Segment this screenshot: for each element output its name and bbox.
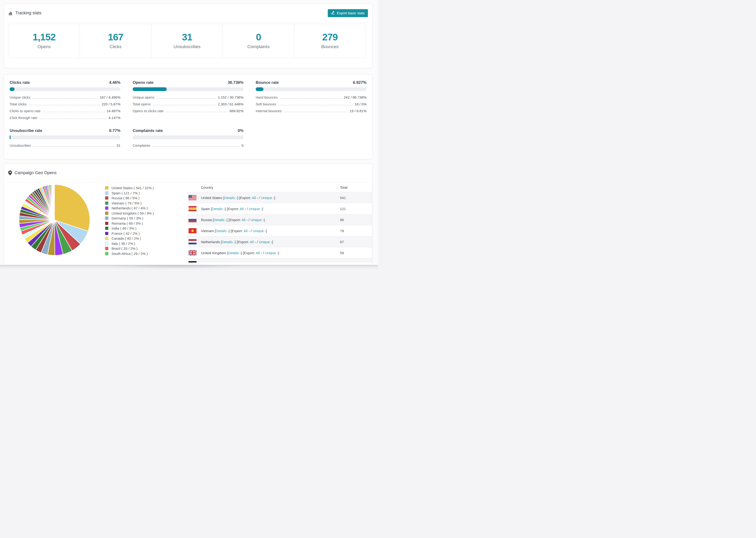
stat-value-unsubscribes: 31 (182, 32, 192, 42)
details-link[interactable]: Details › (212, 207, 225, 211)
legend-item-germany[interactable]: Germany ( 55 / 3% ) (105, 216, 188, 221)
campaign-geo-opens-title: Campaign Geo Opens (8, 170, 57, 175)
bracket: ] (274, 196, 275, 200)
legend-label-india: India ( 46 / 3% ) (112, 226, 136, 230)
rate-head-complaints-rate: Complaints rate0% (133, 129, 243, 133)
export-unique-link[interactable]: Unique › (261, 196, 274, 200)
export-all-link[interactable]: All › (256, 251, 262, 255)
rate-row-label-clicks-to-opens-rate: Clicks to opens rate (10, 108, 41, 114)
export-basic-stats-button[interactable]: Export basic stats (328, 9, 368, 17)
rate-row-soft-bounces: Soft bounces18 / 0% (256, 101, 366, 108)
summary-stats-box: 1,152Opens167Clicks31Unsubscribes0Compla… (8, 24, 366, 58)
country-name: Netherlands (201, 240, 221, 244)
legend-item-netherlands[interactable]: Netherlands ( 67 / 4% ) (105, 206, 188, 211)
campaign-geo-opens-title-text: Campaign Geo Opens (15, 170, 57, 175)
geo-row-country-us: United States [Details ›] [Export: All ›… (201, 196, 275, 200)
gb-flag-icon (189, 250, 196, 255)
legend-label-vietnam: Vietnam ( 79 / 5% ) (112, 201, 141, 205)
rate-progress-fill-unsubscribe-rate (10, 135, 11, 139)
legend-item-united-kingdom[interactable]: United Kingdom ( 59 / 3% ) (105, 211, 188, 216)
page-bottom-strip (0, 265, 378, 269)
geo-row-country-nl: Netherlands [Details ›] [Export: All › /… (201, 240, 273, 244)
details-link[interactable]: Details › (216, 229, 229, 233)
rate-title-bounce-rate: Bounce rate (256, 80, 279, 85)
legend-label-romania: Romania ( 49 / 3% ) (112, 221, 143, 225)
export-all-link[interactable]: All › (244, 229, 250, 233)
details-link[interactable]: Details › (228, 251, 241, 255)
legend-item-russia[interactable]: Russia ( 86 / 5% ) (105, 195, 188, 201)
export-all-link[interactable]: All › (252, 196, 258, 200)
export-unique-link[interactable]: Unique › (259, 240, 272, 244)
legend-item-brazil[interactable]: Brazil ( 33 / 2% ) (105, 246, 188, 251)
export-unique-link[interactable]: Unique › (254, 262, 268, 263)
stat-value-complaints: 0 (256, 32, 261, 42)
export-label: Export: (228, 207, 240, 211)
rate-row-value-complaints: 0 (242, 142, 243, 149)
details-link[interactable]: Details › (224, 196, 237, 200)
rate-block-complaints-rate: Complaints rate0%Complaints0 (133, 129, 243, 149)
export-unique-link[interactable]: Unique › (250, 218, 264, 222)
rate-block-opens-rate: Opens rate30.736%Unique opens1,152 / 30.… (133, 80, 243, 121)
stat-cell-unsubscribes: 31Unsubscribes (151, 24, 223, 58)
export-all-link[interactable]: All › (245, 262, 251, 263)
geo-country-table: Country Total United States [Details ›] … (188, 184, 372, 262)
rate-rows-bounce-rate: Hard bounces242 / 86.738%Soft bounces18 … (256, 94, 366, 114)
legend-label-germany: Germany ( 55 / 3% ) (112, 216, 143, 220)
dotted-leader (279, 105, 353, 105)
legend-item-canada[interactable]: Canada ( 40 / 2% ) (105, 236, 188, 241)
geo-pie-chart[interactable] (18, 184, 91, 256)
bracket: ] [ (225, 207, 228, 211)
legend-item-spain[interactable]: Spain ( 121 / 7% ) (105, 190, 188, 196)
rate-value-clicks-rate: 4.46% (109, 80, 121, 85)
legend-label-united-states: United States ( 541 / 31% ) (112, 186, 154, 190)
dotted-leader (29, 105, 100, 105)
rate-value-complaints-rate: 0% (238, 129, 243, 133)
legend-item-united-states[interactable]: United States ( 541 / 31% ) (105, 186, 188, 190)
legend-item-india[interactable]: India ( 46 / 3% ) (105, 226, 188, 231)
legend-item-france[interactable]: France ( 42 / 2% ) (105, 231, 188, 236)
export-label: Export: (244, 251, 256, 255)
export-label: Export: (238, 240, 250, 244)
export-unique-link[interactable]: Unique › (249, 207, 262, 211)
dotted-leader (153, 105, 216, 105)
legend-label-france: France ( 42 / 2% ) (112, 232, 140, 236)
stat-value-clicks: 167 (108, 32, 123, 42)
rate-row-value-hard-bounces: 242 / 86.738% (344, 94, 366, 101)
country-name: Germany (201, 262, 216, 263)
legend-swatch-romania (105, 222, 108, 225)
rate-progress-track-opens-rate (133, 87, 243, 91)
export-unique-link[interactable]: Unique › (265, 251, 278, 255)
legend-item-romania[interactable]: Romania ( 49 / 3% ) (105, 221, 188, 226)
rate-row-label-click-through-rate: Click through rate (10, 114, 37, 121)
details-link[interactable]: Details › (222, 240, 235, 244)
rates-card: Clicks rate4.46%Unique clicks167 / 4.456… (4, 75, 372, 159)
details-link[interactable]: Details › (217, 262, 230, 263)
geo-table-row-vn: Vietnam [Details ›] [Export: All › / Uni… (188, 225, 372, 236)
legend-item-italy[interactable]: Italy ( 36 / 2% ) (105, 241, 188, 246)
stat-value-opens: 1,152 (33, 32, 56, 42)
export-label: Export: (240, 196, 252, 200)
rate-progress-track-complaints-rate (133, 135, 243, 139)
bracket: ] [ (227, 218, 230, 222)
geo-row-total-nl: 67 (340, 240, 344, 244)
rate-row-unique-opens: Unique opens1,152 / 30.736% (133, 94, 243, 101)
export-all-link[interactable]: All › (240, 207, 246, 211)
rate-row-label-hard-bounces: Hard bounces (256, 94, 278, 101)
geo-table-row-ru: Russia [Details ›] [Export: All › / Uniq… (188, 214, 372, 225)
rate-block-clicks-rate: Clicks rate4.46%Unique clicks167 / 4.456… (10, 80, 121, 121)
rate-row-click-through-rate: Click through rate4.147% (10, 114, 121, 121)
geo-row-country-es: Spain [Details ›] [Export: All › / Uniqu… (201, 207, 263, 211)
details-link[interactable]: Details › (214, 218, 227, 222)
geo-pie-wrap (4, 182, 100, 257)
rate-block-bounce-rate: Bounce rate6.927%Hard bounces242 / 86.73… (256, 80, 366, 121)
rate-title-opens-rate: Opens rate (133, 80, 153, 85)
rate-value-unsubscribe-rate: 0.77% (109, 129, 121, 133)
export-unique-link[interactable]: Unique › (253, 229, 266, 233)
export-all-link[interactable]: All › (250, 240, 256, 244)
legend-item-south-africa[interactable]: South Africa ( 29 / 2% ) (105, 251, 188, 256)
campaign-geo-opens-header: Campaign Geo Opens (7, 164, 369, 182)
geo-pie-legend: United States ( 541 / 31% )Spain ( 121 /… (100, 182, 188, 256)
dotted-leader (39, 119, 107, 119)
export-all-link[interactable]: All › (242, 218, 248, 222)
legend-item-vietnam[interactable]: Vietnam ( 79 / 5% ) (105, 201, 188, 206)
